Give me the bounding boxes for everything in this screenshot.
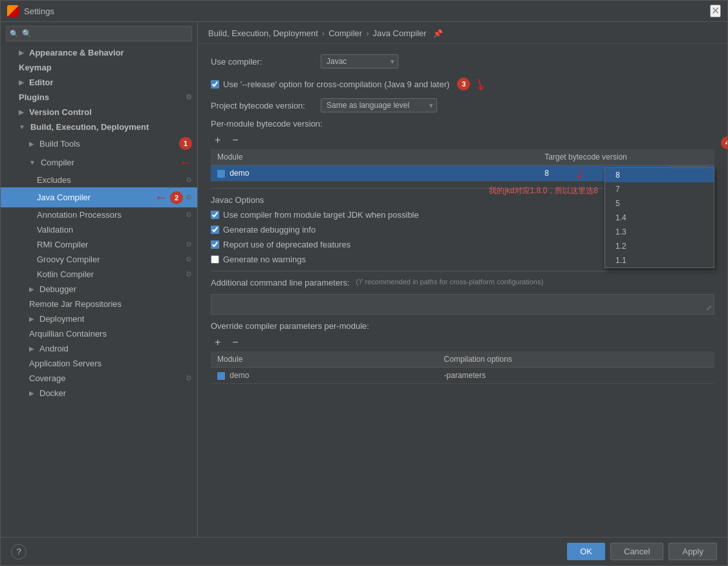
- breadcrumb-sep-2: ›: [366, 28, 369, 38]
- sidebar-item-rmi[interactable]: RMI Compiler ⚙: [1, 237, 197, 252]
- sidebar-item-label: Appearance & Behavior: [29, 48, 124, 58]
- expand-input-icon[interactable]: ⤢: [706, 304, 712, 312]
- sidebar-item-label: Kotlin Compiler: [37, 269, 94, 279]
- arrow-to-java-compiler: ←: [155, 190, 167, 205]
- sidebar-item-compiler[interactable]: ▼ Compiler ←: [1, 152, 197, 173]
- help-button[interactable]: ?: [11, 544, 27, 560]
- sidebar-item-docker[interactable]: ▶ Docker: [1, 386, 197, 401]
- override-table-row[interactable]: demo -parameters: [211, 368, 714, 384]
- additional-cmd-row: Additional command line parameters: ('/'…: [211, 278, 714, 288]
- expand-icon-vc: ▶: [19, 109, 24, 116]
- settings-icon-plugins: ⚙: [186, 93, 192, 101]
- override-label: Override compiler parameters per-module:: [211, 321, 714, 331]
- sidebar-item-label: RMI Compiler: [37, 240, 88, 249]
- popup-item-7[interactable]: 7: [605, 182, 714, 196]
- release-option-checkbox[interactable]: [211, 80, 219, 89]
- module-icon: [217, 170, 225, 178]
- sidebar-item-editor[interactable]: ▶ Editor: [1, 75, 197, 90]
- arrow-3: ↘: [471, 73, 491, 95]
- project-bytecode-dropdown-wrap: Same as language level: [321, 98, 437, 112]
- bytecode-value: 8: [544, 169, 549, 178]
- breadcrumb-sep-1: ›: [322, 28, 325, 38]
- javac-option-checkbox-0[interactable]: [211, 211, 219, 219]
- badge-4: 4: [721, 136, 727, 149]
- release-option-row: Use '--release' option for cross-compila…: [211, 75, 714, 93]
- add-override-button[interactable]: +: [211, 336, 224, 349]
- settings-icon-java: ⚙: [186, 193, 192, 202]
- project-bytecode-label: Project bytecode version:: [211, 101, 314, 110]
- expand-icon-buildtools: ▶: [29, 140, 34, 147]
- override-table: Module Compilation options demo -paramet…: [211, 351, 714, 384]
- additional-cmd-input[interactable]: [211, 294, 714, 315]
- add-module-button[interactable]: +: [211, 134, 224, 147]
- sidebar-item-version-control[interactable]: ▶ Version Control: [1, 105, 197, 120]
- popup-item-11[interactable]: 1.1: [605, 253, 714, 267]
- javac-option-checkbox-3[interactable]: [211, 255, 219, 264]
- popup-item-14[interactable]: 1.4: [605, 211, 714, 225]
- close-button[interactable]: ✕: [710, 5, 721, 17]
- breadcrumb: Build, Execution, Deployment › Compiler …: [198, 22, 727, 44]
- sidebar-item-label: Version Control: [29, 107, 92, 117]
- apply-button[interactable]: Apply: [669, 543, 717, 560]
- sidebar-item-annotation[interactable]: Annotation Processors ⚙: [1, 207, 197, 222]
- search-box: 🔍: [6, 26, 192, 41]
- sidebar-item-label: Groovy Compiler: [37, 255, 100, 264]
- sidebar-item-validation[interactable]: Validation: [1, 222, 197, 237]
- sidebar-item-appearance[interactable]: ▶ Appearance & Behavior: [1, 45, 197, 60]
- popup-item-8[interactable]: 8: [605, 168, 714, 182]
- breadcrumb-part-1: Build, Execution, Deployment: [208, 28, 318, 38]
- sidebar-item-excludes[interactable]: Excludes ⚙: [1, 173, 197, 187]
- sidebar-item-build-exec[interactable]: ▼ Build, Execution, Deployment: [1, 120, 197, 134]
- sidebar-item-debugger[interactable]: ▶ Debugger: [1, 282, 197, 297]
- sidebar-item-arquillian[interactable]: Arquillian Containers: [1, 326, 197, 341]
- javac-option-checkbox-1[interactable]: [211, 225, 219, 234]
- expand-icon-docker: ▶: [29, 390, 34, 397]
- sidebar-item-label: Coverage: [29, 373, 65, 383]
- title-bar: Settings ✕: [1, 1, 727, 22]
- sidebar-item-label: Compiler: [41, 158, 74, 167]
- remove-module-button[interactable]: −: [228, 134, 242, 147]
- cancel-button[interactable]: Cancel: [610, 543, 663, 560]
- module-name: demo: [230, 169, 249, 178]
- use-compiler-label: Use compiler:: [211, 57, 314, 67]
- sidebar-item-label: Application Servers: [29, 359, 102, 368]
- window-title: Settings: [24, 6, 54, 16]
- action-buttons: OK Cancel Apply: [567, 543, 717, 560]
- sidebar-item-coverage[interactable]: Coverage ⚙: [1, 371, 197, 386]
- sidebar-item-plugins[interactable]: Plugins ⚙: [1, 90, 197, 105]
- project-bytecode-select[interactable]: Same as language level: [321, 98, 437, 112]
- sidebar-item-kotlin[interactable]: Kotlin Compiler ⚙: [1, 267, 197, 282]
- sidebar-item-deployment[interactable]: ▶ Deployment: [1, 311, 197, 326]
- sidebar-item-groovy[interactable]: Groovy Compiler ⚙: [1, 252, 197, 267]
- settings-icon-groovy: ⚙: [186, 255, 192, 264]
- popup-item-13[interactable]: 1.3: [605, 225, 714, 239]
- sidebar-item-remote-jar[interactable]: Remote Jar Repositories: [1, 297, 197, 311]
- sidebar-item-keymap[interactable]: Keymap: [1, 60, 197, 75]
- breadcrumb-part-2: Compiler: [328, 28, 362, 38]
- ok-button[interactable]: OK: [567, 543, 605, 560]
- sidebar-item-app-servers[interactable]: Application Servers: [1, 356, 197, 371]
- panel-content: Use compiler: Javac Use '--release' opti…: [198, 44, 727, 537]
- project-bytecode-row: Project bytecode version: Same as langua…: [211, 98, 714, 112]
- sidebar-item-label: Editor: [29, 78, 54, 87]
- sidebar-item-label: Arquillian Containers: [29, 329, 107, 339]
- module-cell: demo: [211, 165, 538, 182]
- per-module-label: Per-module bytecode version:: [211, 119, 714, 129]
- sidebar-item-java-compiler[interactable]: Java Compiler ← 2 ⚙: [1, 187, 197, 207]
- sidebar-item-build-tools[interactable]: ▶ Build Tools 1: [1, 134, 197, 152]
- arrow-to-compiler: ←: [179, 155, 192, 170]
- search-input[interactable]: [6, 26, 192, 41]
- search-icon: 🔍: [10, 30, 19, 38]
- badge-4-wrap: 4: [721, 136, 727, 149]
- javac-option-checkbox-2[interactable]: [211, 240, 219, 249]
- popup-item-12[interactable]: 1.2: [605, 239, 714, 253]
- compiler-select[interactable]: Javac: [321, 54, 398, 68]
- settings-icon-rmi: ⚙: [186, 240, 192, 249]
- sidebar-item-android[interactable]: ▶ Android: [1, 341, 197, 356]
- sidebar-item-label: Docker: [39, 388, 66, 398]
- sidebar-item-label: Java Compiler: [37, 193, 91, 202]
- remove-override-button[interactable]: −: [228, 336, 242, 349]
- release-option-label: Use '--release' option for cross-compila…: [223, 79, 449, 89]
- sidebar-item-label: Remote Jar Repositories: [29, 299, 122, 309]
- popup-item-5[interactable]: 5: [605, 196, 714, 211]
